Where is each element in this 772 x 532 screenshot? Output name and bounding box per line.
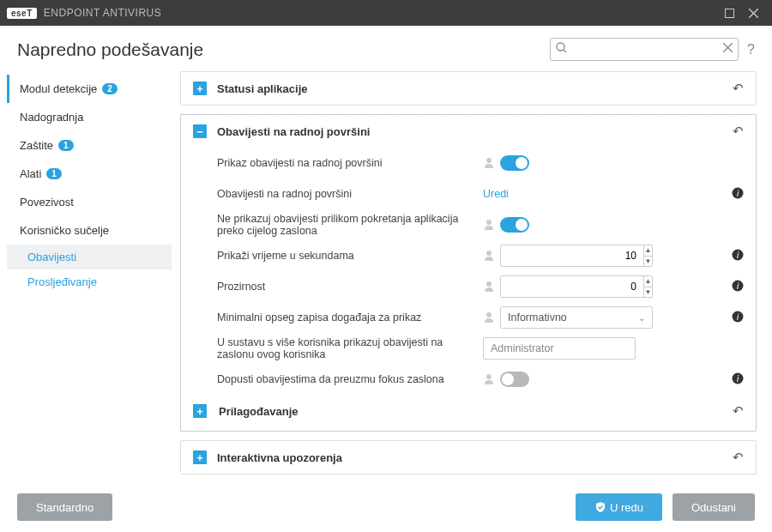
sidebar-item-ui[interactable]: Korisničko sučelje xyxy=(7,216,172,245)
step-up-icon[interactable]: ▲ xyxy=(644,276,652,287)
info-icon[interactable]: i xyxy=(732,249,744,263)
user-icon xyxy=(483,218,495,233)
expand-icon[interactable]: + xyxy=(193,404,207,418)
section-title: Interaktivna upozorenja xyxy=(217,451,342,464)
sidebar-item-label: Obavijesti xyxy=(27,251,76,263)
undo-icon[interactable]: ↶ xyxy=(733,450,744,465)
user-icon xyxy=(483,280,495,294)
edit-link[interactable]: Uredi xyxy=(483,188,509,200)
brand-logo: eseT xyxy=(7,8,37,19)
shield-icon xyxy=(594,501,606,513)
transparency-input[interactable] xyxy=(501,276,643,297)
undo-icon[interactable]: ↶ xyxy=(733,403,744,419)
search-field[interactable] xyxy=(550,38,739,61)
info-icon[interactable]: i xyxy=(732,280,744,294)
maximize-icon[interactable] xyxy=(717,1,741,25)
step-down-icon[interactable]: ▼ xyxy=(644,287,652,298)
row-label: Prikaz obavijesti na radnoj površini xyxy=(217,157,483,169)
help-icon[interactable]: ? xyxy=(747,42,755,57)
sidebar-item-protection[interactable]: Zaštite 1 xyxy=(7,131,172,160)
row-label: Obavijesti na radnoj površini xyxy=(217,188,483,200)
svg-point-14 xyxy=(486,281,492,287)
row-seconds: Prikaži vrijeme u sekundama ▲▼ i xyxy=(217,240,744,271)
svg-point-3 xyxy=(557,43,564,51)
svg-rect-0 xyxy=(725,9,733,17)
sidebar-item-detection[interactable]: Modul detekcije 2 xyxy=(7,75,172,103)
ok-button[interactable]: U redu xyxy=(576,493,662,521)
sidebar-sub-forwarding[interactable]: Prosljeđivanje xyxy=(7,269,172,294)
sidebar-item-label: Povezivost xyxy=(20,196,74,209)
info-icon[interactable]: i xyxy=(732,372,744,387)
step-down-icon[interactable]: ▼ xyxy=(644,257,652,267)
footer: Standardno U redu Odustani xyxy=(0,482,772,532)
undo-icon[interactable]: ↶ xyxy=(733,124,744,139)
section-title: Prilagođavanje xyxy=(219,405,298,418)
section-title: Statusi aplikacije xyxy=(217,82,308,95)
chevron-down-icon: ⌄ xyxy=(638,313,645,323)
row-label: Prozirnost xyxy=(217,281,483,293)
seconds-input[interactable] xyxy=(501,245,643,266)
header: Napredno podešavanje ? xyxy=(0,26,772,68)
search-icon xyxy=(556,42,567,56)
user-icon xyxy=(483,156,495,171)
sidebar-item-label: Prosljeđivanje xyxy=(27,275,97,288)
toggle-fullscreen[interactable] xyxy=(500,217,529,233)
row-edit-notifications: Obavijesti na radnoj površini Uredi i xyxy=(217,178,744,209)
sidebar-item-tools[interactable]: Alati 1 xyxy=(7,160,172,188)
section-header[interactable]: + Interaktivna upozorenja ↶ xyxy=(181,441,756,474)
close-icon[interactable] xyxy=(741,1,765,25)
svg-point-17 xyxy=(486,312,492,317)
sidebar-item-label: Zaštite xyxy=(20,139,53,152)
row-label: Ne prikazuj obavijesti prilikom pokretan… xyxy=(217,213,483,237)
section-header[interactable]: + Statusi aplikacije ↶ xyxy=(181,72,756,105)
page-title: Napredno podešavanje xyxy=(17,39,203,60)
svg-point-20 xyxy=(486,374,492,379)
toggle-show-notifications[interactable] xyxy=(500,155,529,171)
dropdown-value: Informativno xyxy=(508,311,567,323)
row-label: U sustavu s više korisnika prikazuj obav… xyxy=(217,336,483,360)
badge: 1 xyxy=(58,140,74,151)
user-icon xyxy=(483,372,495,387)
user-icon xyxy=(483,249,495,263)
transparency-stepper[interactable]: ▲▼ xyxy=(500,275,653,298)
undo-icon[interactable]: ↶ xyxy=(733,81,744,96)
row-focus: Dopusti obavijestima da preuzmu fokus za… xyxy=(217,364,744,395)
app-title: ENDPOINT ANTIVIRUS xyxy=(44,7,161,19)
row-show-notifications: Prikaz obavijesti na radnoj površini xyxy=(217,148,744,178)
default-button[interactable]: Standardno xyxy=(17,493,112,521)
section-app-status: + Statusi aplikacije ↶ xyxy=(180,71,757,106)
step-up-icon[interactable]: ▲ xyxy=(644,245,652,257)
content: + Statusi aplikacije ↶ − Obavijesti na r… xyxy=(172,68,772,505)
section-interactive-alerts: + Interaktivna upozorenja ↶ xyxy=(180,440,757,475)
user-icon xyxy=(483,311,495,325)
svg-point-10 xyxy=(486,220,492,225)
multiuser-input[interactable] xyxy=(483,337,636,360)
titlebar: eseT ENDPOINT ANTIVIRUS xyxy=(0,0,772,26)
sidebar-sub-notifications[interactable]: Obavijesti xyxy=(7,245,172,269)
clear-icon[interactable] xyxy=(723,42,733,55)
row-label: Prikaži vrijeme u sekundama xyxy=(217,250,483,262)
svg-point-11 xyxy=(486,251,492,256)
row-label: Minimalni opseg zapisa događaja za prika… xyxy=(217,311,483,323)
seconds-stepper[interactable]: ▲▼ xyxy=(500,245,653,267)
cancel-button[interactable]: Odustani xyxy=(672,493,755,521)
info-icon[interactable]: i xyxy=(732,311,744,325)
sidebar-item-upgrade[interactable]: Nadogradnja xyxy=(7,103,172,131)
row-verbosity: Minimalni opseg zapisa događaja za prika… xyxy=(217,302,744,333)
subsection-customization[interactable]: + Prilagođavanje ↶ xyxy=(193,395,744,427)
row-fullscreen: Ne prikazuj obavijesti prilikom pokretan… xyxy=(217,209,744,240)
search-input[interactable] xyxy=(550,38,739,61)
toggle-focus[interactable] xyxy=(500,372,529,387)
verbosity-dropdown[interactable]: Informativno ⌄ xyxy=(500,306,653,329)
sidebar-item-label: Nadogradnja xyxy=(20,111,83,124)
expand-icon[interactable]: + xyxy=(193,450,207,464)
section-header[interactable]: − Obavijesti na radnoj površini ↶ xyxy=(181,115,756,148)
info-icon[interactable]: i xyxy=(732,187,744,202)
sidebar-item-label: Alati xyxy=(20,167,41,180)
expand-icon[interactable]: + xyxy=(193,82,207,95)
collapse-icon[interactable]: − xyxy=(193,124,207,138)
svg-line-4 xyxy=(564,50,566,52)
sidebar-item-connectivity[interactable]: Povezivost xyxy=(7,188,172,216)
svg-point-7 xyxy=(486,158,492,163)
sidebar: Modul detekcije 2 Nadogradnja Zaštite 1 … xyxy=(0,68,172,505)
